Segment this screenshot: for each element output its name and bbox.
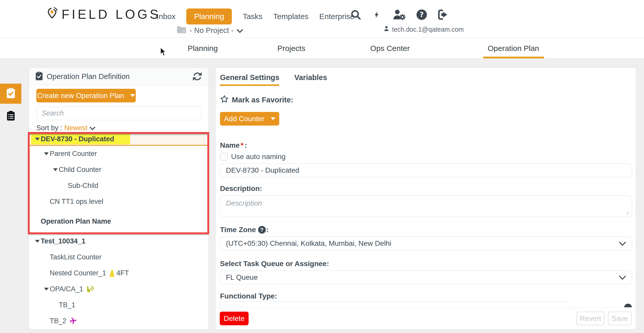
queue-value: FL Queue	[226, 273, 258, 282]
signal-icon	[86, 285, 94, 293]
create-operation-plan-button[interactable]: Create new Operation Plan	[36, 89, 136, 102]
search-input[interactable]	[36, 107, 201, 120]
help-icon[interactable]: ?	[416, 9, 428, 21]
tree-item-inner: TaskList Counter	[44, 253, 101, 261]
caret-down-icon[interactable]	[35, 138, 41, 141]
tree-item-label: Nested Counter_1	[50, 269, 106, 277]
mark-as-favorite-row: Mark as Favorite:	[220, 95, 636, 105]
user-email-text: tech.doc.1@qateam.com	[392, 26, 464, 33]
tab-general-settings[interactable]: General Settings	[220, 73, 279, 86]
caret-down-icon[interactable]	[44, 152, 50, 155]
star-icon[interactable]	[220, 95, 229, 105]
sort-label: Sort by :	[36, 124, 62, 132]
project-selector[interactable]: - No Project -	[177, 26, 243, 35]
tree-item[interactable]: Test_10034_1	[29, 233, 208, 249]
auto-naming-checkbox[interactable]	[220, 153, 228, 161]
subnav: Planning Projects Ops Center Operation P…	[0, 38, 644, 59]
svg-text:?: ?	[420, 11, 423, 19]
nav-inbox[interactable]: Inbox	[157, 12, 175, 21]
tree-item[interactable]: Sub-Child	[29, 178, 208, 194]
subtab-projects[interactable]: Projects	[277, 44, 305, 53]
folder-gear-icon	[177, 26, 187, 35]
user-account[interactable]: tech.doc.1@qateam.com	[383, 25, 464, 33]
tree-item-inner: Nested Counter_14FT	[44, 269, 129, 277]
timezone-value: (UTC+05:30) Chennai, Kolkata, Mumbai, Ne…	[226, 239, 391, 248]
tree-item-inner: Parent Counter	[44, 150, 97, 158]
chevron-down-icon	[619, 239, 626, 248]
refresh-icon[interactable]	[192, 72, 202, 81]
caret-down-icon[interactable]	[44, 288, 50, 291]
caret-down-icon	[130, 94, 135, 97]
tree-item-inner: CN TT1 ops level	[44, 198, 103, 206]
tree-item-label: Child Counter	[59, 166, 101, 174]
tree-item[interactable]: Parent Counter	[29, 146, 208, 162]
tree-item[interactable]: TB_2	[29, 313, 208, 329]
operation-plan-tree: DEV-8730 - DuplicatedParent CounterChild…	[29, 133, 208, 329]
caret-spacer	[44, 320, 50, 322]
nav-planning[interactable]: Planning	[186, 8, 232, 24]
revert-button[interactable]: Revert	[577, 312, 604, 325]
delete-button[interactable]: Delete	[220, 312, 249, 325]
tree-item-label: OPA/CA_1	[50, 285, 83, 293]
tree-item-inner: Operation Plan Name	[35, 217, 111, 225]
app-header: FIELD LOGS Inbox Planning Tasks Template…	[0, 0, 644, 38]
tree-item-inner: TB_1	[53, 301, 75, 309]
field-logs-logo[interactable]: FIELD LOGS	[47, 7, 161, 22]
sidebar-item-operation-plan[interactable]	[0, 84, 21, 104]
subtab-planning[interactable]: Planning	[188, 44, 218, 53]
logo-text: FIELD LOGS	[62, 7, 161, 22]
timezone-label: Time Zone ? :	[220, 226, 636, 234]
queue-select[interactable]: FL Queue	[220, 270, 632, 284]
tree-item-inner: Test_10034_1	[35, 237, 86, 245]
add-counter-button[interactable]: Add Counter	[220, 112, 279, 126]
logout-icon[interactable]	[437, 9, 449, 21]
tree-item-label: TB_2	[50, 317, 66, 325]
create-operation-plan-label: Create new Operation Plan	[37, 92, 124, 100]
lightning-icon[interactable]	[371, 9, 383, 21]
tab-variables[interactable]: Variables	[294, 73, 327, 84]
name-input[interactable]	[220, 163, 632, 177]
header-icon-bar: ?	[350, 9, 449, 21]
panel-header: Operation Plan Definition	[29, 68, 208, 85]
nav-templates[interactable]: Templates	[273, 12, 309, 21]
caret-down-icon[interactable]	[53, 168, 59, 171]
auto-naming-label: Use auto naming	[231, 153, 286, 161]
description-field-wrap	[220, 195, 631, 217]
save-button[interactable]: Save	[608, 312, 632, 325]
timezone-select[interactable]: (UTC+05:30) Chennai, Kolkata, Mumbai, Ne…	[220, 236, 632, 250]
tree-icon	[109, 269, 115, 277]
settings-tabs: General Settings Variables	[216, 68, 636, 86]
user-settings-icon[interactable]	[392, 9, 406, 21]
divider	[220, 133, 631, 133]
tree-item[interactable]: CN TT1 ops level	[29, 194, 208, 209]
chevron-down-icon	[90, 124, 95, 132]
tree-item-label: Test_10034_1	[41, 237, 86, 245]
tree-item[interactable]: DEV-8730 - Duplicated	[29, 133, 208, 146]
tree-item-inner: OPA/CA_1	[44, 285, 94, 293]
nav-enterprise[interactable]: Enterprise	[319, 12, 355, 21]
mark-as-favorite-label: Mark as Favorite:	[232, 96, 293, 104]
subtab-operation-plan[interactable]: Operation Plan	[488, 44, 539, 53]
subtab-ops-center[interactable]: Ops Center	[370, 44, 410, 53]
description-textarea[interactable]	[220, 195, 632, 217]
tree-item-label: Parent Counter	[50, 150, 97, 158]
required-asterisk: *	[241, 141, 243, 150]
tree-item[interactable]: Nested Counter_14FT	[29, 265, 208, 281]
caret-down-icon[interactable]	[35, 240, 41, 243]
name-label: Name * :	[220, 141, 636, 150]
tree-item-label: TB_1	[59, 301, 75, 309]
tree-item[interactable]: Child Counter	[29, 162, 208, 178]
help-icon[interactable]: ?	[258, 226, 266, 234]
sidebar-item-task-lists[interactable]	[0, 109, 21, 124]
nav-tasks[interactable]: Tasks	[243, 12, 262, 21]
footer-actions: Revert Save	[577, 312, 632, 325]
tree-item[interactable]: TB_1	[29, 297, 208, 313]
tree-item-label: DEV-8730 - Duplicated	[41, 135, 114, 143]
clipboard-check-icon	[6, 88, 15, 100]
search-icon[interactable]	[350, 9, 362, 21]
tree-item[interactable]: Operation Plan Name	[29, 213, 208, 229]
sort-control[interactable]: Sort by : Newest	[36, 124, 208, 132]
operation-plan-definition-panel: Operation Plan Definition Create new Ope…	[29, 67, 209, 330]
tree-item[interactable]: TaskList Counter	[29, 249, 208, 265]
tree-item[interactable]: OPA/CA_1	[29, 281, 208, 297]
